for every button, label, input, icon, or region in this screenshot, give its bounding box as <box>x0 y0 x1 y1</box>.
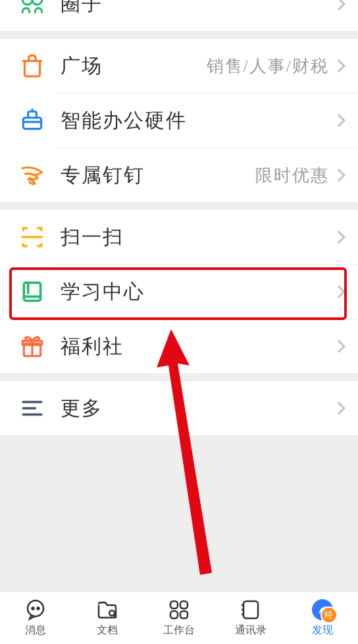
menu-icon <box>20 396 45 421</box>
tab-workbench[interactable]: 工作台 <box>143 592 215 644</box>
hardware-icon <box>20 108 45 133</box>
circle-icon <box>20 0 45 16</box>
svg-rect-2 <box>23 118 41 129</box>
row-label: 扫一扫 <box>61 224 334 251</box>
row-extra: 限时优惠 <box>255 164 329 187</box>
svg-point-26 <box>312 599 333 620</box>
row-label: 圈子 <box>61 0 334 18</box>
tab-docs[interactable]: 文档 <box>72 592 143 644</box>
grid-icon <box>168 599 190 621</box>
tab-label: 通讯录 <box>235 624 267 637</box>
chevron-right-icon <box>332 114 345 127</box>
svg-point-16 <box>109 610 115 616</box>
contacts-icon <box>240 599 262 621</box>
row-label: 更多 <box>61 395 334 422</box>
tab-label: 发现 <box>312 624 333 637</box>
row-label: 专属钉钉 <box>61 162 255 189</box>
folder-icon <box>96 599 118 621</box>
row-exclusive[interactable]: 专属钉钉 限时优惠 <box>0 148 358 202</box>
svg-rect-19 <box>180 601 188 608</box>
scan-icon <box>20 225 45 250</box>
tab-contacts[interactable]: 通讯录 <box>215 592 286 644</box>
wing-icon <box>20 163 45 188</box>
chevron-right-icon <box>332 340 345 353</box>
chat-icon <box>24 599 47 621</box>
tab-label: 工作台 <box>163 624 195 637</box>
tab-discover[interactable]: 发现 <box>286 592 358 644</box>
row-more[interactable]: 更多 <box>0 381 358 435</box>
row-circle[interactable]: 圈子 <box>0 0 358 31</box>
book-icon <box>20 279 45 304</box>
row-learn[interactable]: 学习中心 <box>0 265 358 319</box>
row-scan[interactable]: 扫一扫 <box>0 210 358 264</box>
row-hardware[interactable]: 智能办公硬件 <box>0 94 358 148</box>
gift-icon <box>20 334 45 359</box>
svg-point-0 <box>22 0 32 5</box>
row-label: 智能办公硬件 <box>61 107 334 134</box>
row-label: 福利社 <box>61 333 334 360</box>
row-plaza[interactable]: 广场 销售/人事/财税 <box>0 39 358 93</box>
bottom-tabbar: 消息 文档 工作台 通讯录 发现 <box>0 591 358 644</box>
svg-point-15 <box>38 608 39 610</box>
svg-rect-22 <box>243 601 258 618</box>
chevron-right-icon <box>332 169 345 182</box>
svg-point-1 <box>32 0 42 5</box>
row-welfare[interactable]: 福利社 <box>0 319 358 373</box>
compass-icon <box>311 599 334 621</box>
row-extra: 销售/人事/财税 <box>207 55 329 78</box>
chevron-right-icon <box>332 402 345 415</box>
chevron-right-icon <box>332 0 345 11</box>
chevron-right-icon <box>332 285 345 298</box>
plaza-icon <box>20 53 45 78</box>
row-label: 学习中心 <box>61 279 334 306</box>
svg-rect-18 <box>170 601 178 608</box>
tab-label: 文档 <box>97 624 118 637</box>
tab-label: 消息 <box>25 624 46 637</box>
svg-rect-21 <box>180 611 188 618</box>
chevron-right-icon <box>332 230 345 244</box>
svg-point-13 <box>28 601 43 616</box>
tab-messages[interactable]: 消息 <box>0 592 72 644</box>
row-label: 广场 <box>61 53 207 80</box>
svg-rect-20 <box>170 611 178 618</box>
svg-rect-5 <box>24 282 40 300</box>
chevron-right-icon <box>332 59 345 72</box>
svg-point-14 <box>32 608 34 610</box>
